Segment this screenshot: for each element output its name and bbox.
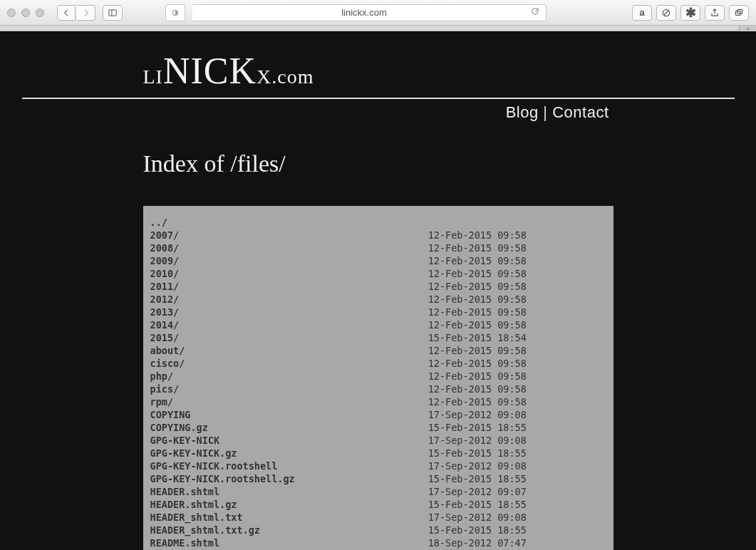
reader-icon — [170, 8, 180, 18]
reader-button[interactable] — [165, 4, 185, 21]
tabs-icon — [734, 8, 744, 18]
sidebar-toggle-button[interactable] — [103, 5, 123, 21]
list-item[interactable]: 2012/ — [150, 294, 180, 305]
reload-button[interactable] — [530, 6, 540, 19]
directory-listing: ../ 2007/ 12-Feb-2015 09:58 2008/ 12-Feb… — [143, 206, 613, 550]
extensions-button[interactable]: ✱ — [680, 5, 700, 21]
svg-rect-5 — [735, 11, 740, 15]
list-item[interactable]: HEADER.shtml.gz — [150, 499, 237, 510]
list-item[interactable]: COPYING — [150, 409, 191, 420]
list-item[interactable]: GPG-KEY-NICK.rootshell — [150, 460, 278, 472]
svg-rect-0 — [109, 9, 117, 15]
list-item[interactable]: HEADER.shtml — [150, 486, 220, 497]
list-item[interactable]: 2007/ — [150, 229, 180, 241]
list-item[interactable]: README.shtml — [150, 537, 220, 549]
list-item[interactable]: about/ — [150, 345, 185, 356]
nav-buttons — [57, 5, 95, 21]
logo-mid: NICK — [163, 51, 257, 91]
page-title: Index of /files/ — [143, 150, 613, 177]
asterisk-icon: ✱ — [685, 9, 696, 17]
amazon-extension-button[interactable]: a — [632, 5, 652, 21]
new-tab-button[interactable]: + — [739, 26, 756, 31]
list-item[interactable]: 2013/ — [150, 306, 180, 318]
nav-contact-link[interactable]: Contact — [552, 103, 609, 121]
reload-icon — [530, 6, 540, 16]
chevron-right-icon — [81, 8, 91, 18]
window-controls — [7, 9, 44, 17]
circle-slash-icon — [661, 8, 671, 18]
list-item[interactable]: ../ — [150, 217, 167, 228]
list-item[interactable]: GPG-KEY-NICK.gz — [150, 447, 237, 459]
forward-button[interactable] — [77, 5, 95, 21]
chevron-left-icon — [61, 8, 71, 18]
list-item[interactable]: 2009/ — [150, 255, 180, 266]
list-item[interactable]: cisco/ — [150, 358, 185, 369]
list-item[interactable]: HEADER_shtml.txt.gz — [150, 524, 260, 536]
close-window-icon[interactable] — [7, 9, 16, 17]
share-button[interactable] — [705, 5, 725, 21]
nav-separator: | — [543, 103, 547, 121]
list-item[interactable]: GPG-KEY-NICK — [150, 435, 220, 446]
zoom-window-icon[interactable] — [36, 9, 44, 17]
logo-prefix: LI — [143, 66, 163, 88]
tabs-button[interactable] — [729, 5, 749, 21]
toolbar-right: a ✱ — [632, 5, 749, 21]
sidebar-icon — [108, 8, 118, 18]
tab-strip: + — [0, 26, 756, 31]
list-item[interactable]: 2014/ — [150, 319, 180, 331]
list-item[interactable]: 2015/ — [150, 332, 180, 343]
list-item[interactable]: GPG-KEY-NICK.rootshell.gz — [150, 473, 295, 484]
amazon-icon: a — [639, 7, 644, 18]
address-bar[interactable]: linickx.com — [192, 4, 547, 21]
minimize-window-icon[interactable] — [21, 9, 30, 17]
list-item[interactable]: HEADER_shtml.txt — [150, 512, 243, 523]
list-item[interactable]: php/ — [150, 370, 174, 382]
top-nav: Blog | Contact — [143, 99, 613, 122]
share-icon — [710, 8, 720, 18]
list-item[interactable]: COPYING.gz — [150, 422, 208, 433]
address-text: linickx.com — [198, 7, 530, 18]
adblock-extension-button[interactable] — [656, 5, 676, 21]
list-item[interactable]: 2010/ — [150, 268, 180, 279]
page-content: LINICKX.com Blog | Contact Index of /fil… — [0, 31, 756, 550]
nav-blog-link[interactable]: Blog — [506, 103, 539, 121]
browser-toolbar: linickx.com a ✱ — [0, 0, 756, 26]
back-button[interactable] — [57, 5, 76, 21]
svg-line-4 — [664, 10, 669, 15]
list-item[interactable]: 2011/ — [150, 281, 180, 292]
site-logo[interactable]: LINICKX.com — [143, 46, 613, 92]
list-item[interactable]: pics/ — [150, 383, 180, 395]
plus-icon: + — [746, 25, 750, 33]
list-item[interactable]: 2008/ — [150, 242, 180, 254]
logo-suffix: X.com — [257, 66, 314, 88]
list-item[interactable]: rpm/ — [150, 396, 174, 408]
